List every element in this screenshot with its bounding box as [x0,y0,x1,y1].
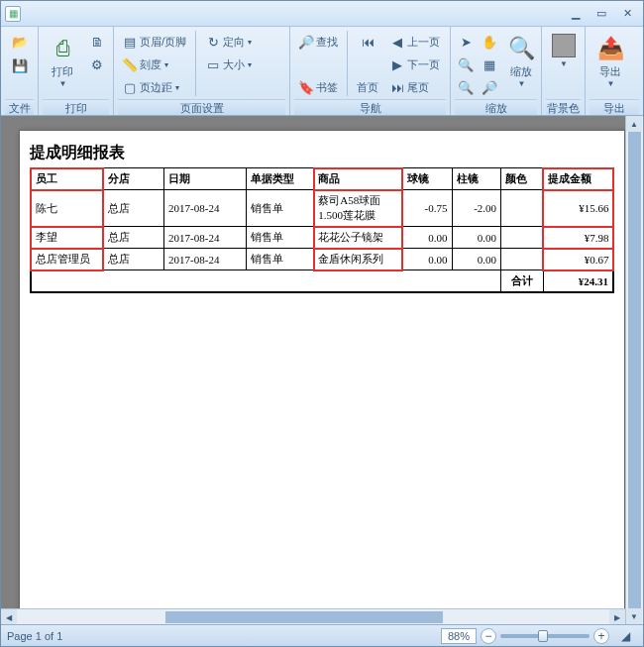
th-product: 商品 [314,168,403,190]
next-page-button[interactable]: ▶下一页 [385,54,444,75]
scroll-thumb-h[interactable] [165,611,443,623]
scroll-down-icon[interactable]: ▼ [626,608,642,624]
prev-page-icon: ◀ [389,34,405,50]
total-amount: ¥24.31 [543,270,613,293]
zoom-percent[interactable]: 88% [441,628,477,644]
scroll-right-icon[interactable]: ▶ [609,609,625,624]
bookmark-icon: 🔖 [298,79,314,95]
resize-grip-icon[interactable]: ◢ [617,628,633,644]
hand-tool-button[interactable]: ✋ [479,31,500,53]
chevron-down-icon: ▾ [248,38,252,47]
export-button[interactable]: 📤 导出 ▼ [590,31,631,91]
header-footer-button[interactable]: ▤页眉/页脚 [118,31,190,53]
zoom-in-icon: 🔎 [482,79,497,95]
chevron-down-icon: ▼ [560,59,568,68]
document-area: 提成明细报表 员工 分店 日期 单据类型 商品 球镜 柱镜 颜色 提成金额 [1,116,643,624]
chevron-down-icon: ▾ [248,60,252,69]
group-export: 📤 导出 ▼ 导出 [586,27,643,115]
header-footer-icon: ▤ [122,34,138,50]
find-button[interactable]: 🔎查找 [294,31,342,53]
scroll-left-icon[interactable]: ◀ [1,609,17,624]
open-button[interactable]: 📂 [8,31,32,53]
first-page-button[interactable]: ⏮ [353,31,382,53]
pointer-icon: ➤ [459,34,473,50]
first-page-label[interactable]: 首页 [353,76,382,98]
margins-button[interactable]: ▢页边距▾ [118,76,190,98]
scroll-up-icon[interactable]: ▲ [626,116,642,132]
th-type: 单据类型 [246,168,313,190]
orientation-button[interactable]: ↻定向▾ [201,31,256,53]
ribbon: 📂 💾 文件 ⎙ 打印 ▼ 🗎 ⚙ 打印 [1,27,643,116]
prev-page-button[interactable]: ◀上一页 [385,31,444,53]
hand-icon: ✋ [482,34,497,50]
bookmark-button[interactable]: 🔖书签 [294,76,342,98]
size-button[interactable]: ▭大小▾ [201,54,256,75]
size-icon: ▭ [205,56,221,72]
first-page-icon: ⏮ [360,34,376,50]
magnifier-button[interactable]: 🔍 [455,54,477,75]
margins-icon: ▢ [122,79,138,95]
total-label: 合计 [501,270,544,293]
scroll-thumb-v[interactable] [628,132,641,608]
many-pages-button[interactable]: ▦ [479,54,500,75]
print-button[interactable]: ⎙ 打印 ▼ [43,31,82,91]
group-page-setup: ▤页眉/页脚 📏刻度▾ ▢页边距▾ ↻定向▾ ▭大小▾ 页面设置 [114,27,290,115]
minimize-button[interactable]: ▁ [564,5,588,23]
zoom-slider[interactable] [500,634,590,638]
restore-button[interactable]: ▭ [590,5,613,23]
th-amount: 提成金额 [543,168,613,190]
zoom-out-button[interactable]: − [481,628,496,644]
chevron-down-icon: ▼ [607,79,615,88]
zoom-icon: 🔍 [506,34,536,63]
app-icon: ▦ [5,6,21,22]
table-total-row: 合计 ¥24.31 [31,270,613,293]
orientation-icon: ↻ [205,34,221,50]
vertical-scrollbar[interactable]: ▲ ▼ [625,116,643,624]
group-navigation: 🔎查找 🔖书签 ⏮ 首页 ◀上一页 ▶下一页 ⏭尾页 导航 [290,27,451,115]
group-label-nav: 导航 [294,99,446,115]
zoom-out-icon: 🔍 [458,79,474,95]
quick-print-button[interactable]: 🗎 [85,31,109,53]
save-icon: 💾 [12,57,28,73]
zoom-slider-knob[interactable] [538,630,548,642]
last-page-button[interactable]: ⏭尾页 [385,76,444,98]
title-bar: ▦ ▁ ▭ ✕ [1,1,643,27]
pointer-tool-button[interactable]: ➤ [455,31,477,53]
zoom-out-small-button[interactable]: 🔍 [455,76,477,98]
th-ball: 球镜 [402,168,452,190]
table-row: 陈七 总店 2017-08-24 销售单 蔡司A58球面1.500莲花膜 -0.… [31,190,613,227]
binoculars-icon: 🔎 [298,34,314,50]
th-store: 分店 [103,168,163,190]
horizontal-scrollbar[interactable]: ◀ ▶ [1,608,625,624]
group-label-file: 文件 [5,99,34,115]
report-title: 提成明细报表 [30,143,614,163]
group-print: ⎙ 打印 ▼ 🗎 ⚙ 打印 [39,27,114,115]
report-page: 提成明细报表 员工 分店 日期 单据类型 商品 球镜 柱镜 颜色 提成金额 [19,130,625,624]
zoom-in-button[interactable]: + [593,628,609,644]
chevron-down-icon: ▼ [518,79,526,88]
page-indicator: Page 1 of 1 [7,630,62,642]
bgcolor-button[interactable]: ▼ [546,31,581,71]
zoom-button[interactable]: 🔍 缩放 ▼ [503,31,539,91]
print-options-button[interactable]: ⚙ [85,54,109,75]
save-button[interactable]: 💾 [8,54,32,76]
options-icon: ⚙ [89,56,105,72]
export-icon: 📤 [595,34,625,63]
chevron-down-icon: ▼ [59,79,67,88]
table-row: 李望 总店 2017-08-24 销售单 花花公子镜架 0.00 0.00 ¥7… [31,227,613,249]
th-cyl: 柱镜 [452,168,501,190]
report-table: 员工 分店 日期 单据类型 商品 球镜 柱镜 颜色 提成金额 陈七 总店 [30,167,614,293]
status-bar: Page 1 of 1 88% − + ◢ [1,624,643,646]
color-swatch-icon [552,34,576,57]
group-label-print: 打印 [43,99,109,115]
th-emp: 员工 [31,168,103,190]
page-icon: 🗎 [89,34,105,50]
group-bgcolor: ▼ 背景色 [542,27,586,115]
printer-icon: ⎙ [48,34,77,63]
close-button[interactable]: ✕ [615,5,639,23]
group-zoom: ➤ ✋ 🔍 ▦ 🔍 🔎 🔍 缩放 ▼ [451,27,542,115]
zoom-in-small-button[interactable]: 🔎 [479,76,500,98]
scale-button[interactable]: 📏刻度▾ [118,54,190,75]
next-page-icon: ▶ [389,56,405,72]
group-label-page: 页面设置 [118,99,285,115]
